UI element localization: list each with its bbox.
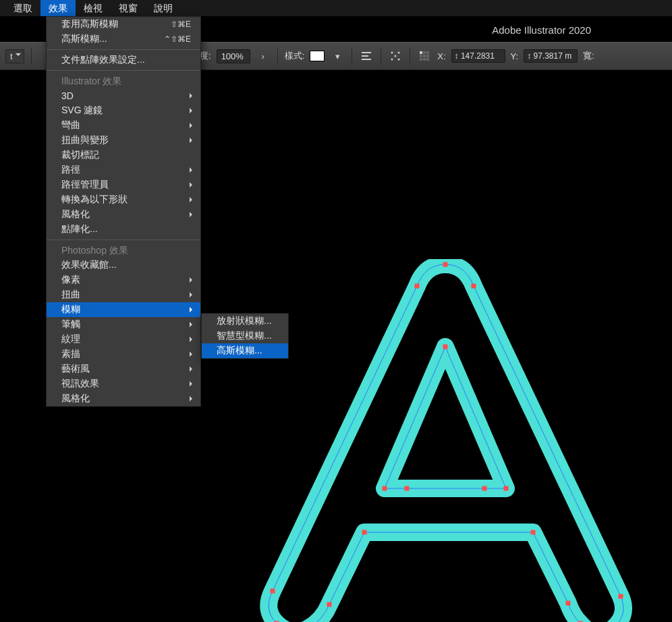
opacity-field[interactable]: 100% xyxy=(217,49,250,63)
menu-header-ps: Photoshop 效果 xyxy=(47,243,200,258)
effect-menu: 套用高斯模糊 ⇧⌘E 高斯模糊... ⌃⇧⌘E 文件點陣效果設定... Illu… xyxy=(46,16,201,407)
svg-rect-26 xyxy=(327,602,331,606)
menu-separator xyxy=(47,70,200,71)
svg-rect-29 xyxy=(271,589,275,593)
menu-convert-shape[interactable]: 轉換為以下形狀 xyxy=(47,192,200,207)
svg-rect-30 xyxy=(443,345,447,349)
menu-rasterize[interactable]: 點陣化... xyxy=(47,222,200,237)
menu-stylize-ai[interactable]: 風格化 xyxy=(47,207,200,222)
svg-rect-14 xyxy=(420,58,422,61)
svg-rect-23 xyxy=(566,601,570,605)
svg-point-3 xyxy=(391,52,393,54)
transform-icon[interactable] xyxy=(388,49,403,63)
menu-path[interactable]: 路徑 xyxy=(47,163,200,177)
svg-point-5 xyxy=(391,59,393,61)
svg-rect-0 xyxy=(362,52,371,53)
menu-3d[interactable]: 3D xyxy=(47,88,200,103)
menu-sketch[interactable]: 素描 xyxy=(47,347,200,362)
menu-distort-ps[interactable]: 扭曲 xyxy=(47,287,200,302)
submenu-smart-blur[interactable]: 智慧型模糊... xyxy=(202,329,288,343)
svg-point-6 xyxy=(398,59,400,61)
menu-warp[interactable]: 彎曲 xyxy=(47,118,200,133)
svg-rect-15 xyxy=(423,58,426,61)
menu-artistic[interactable]: 藝術風 xyxy=(47,362,200,376)
menu-svg-filters[interactable]: SVG 濾鏡 xyxy=(47,103,200,118)
chevron-down-icon[interactable]: ▾ xyxy=(330,49,345,63)
svg-rect-33 xyxy=(405,486,409,490)
menubar-item-help[interactable]: 說明 xyxy=(146,0,181,16)
style-label: 樣式: xyxy=(285,50,305,62)
menu-crop-marks[interactable]: 裁切標記 xyxy=(47,148,200,163)
menubar-item-window[interactable]: 視窗 xyxy=(111,0,146,16)
svg-rect-8 xyxy=(420,51,422,54)
svg-rect-20 xyxy=(619,594,623,598)
svg-rect-13 xyxy=(426,55,429,57)
menu-texture[interactable]: 紋理 xyxy=(47,332,200,347)
menu-blur[interactable]: 模糊 xyxy=(47,302,200,317)
blur-submenu: 放射狀模糊... 智慧型模糊... 高斯模糊... xyxy=(201,313,289,359)
menu-doc-raster[interactable]: 文件點陣效果設定... xyxy=(47,53,200,67)
menubar-item-view[interactable]: 檢視 xyxy=(76,0,111,16)
menu-brush-strokes[interactable]: 筆觸 xyxy=(47,317,200,332)
menu-stylize-ps[interactable]: 風格化 xyxy=(47,391,200,406)
align-icon[interactable] xyxy=(359,49,374,63)
svg-rect-2 xyxy=(362,59,371,60)
style-swatch[interactable] xyxy=(310,51,325,61)
svg-rect-34 xyxy=(482,486,486,490)
menu-separator xyxy=(47,239,200,240)
svg-point-4 xyxy=(398,52,400,54)
selected-letter-a[interactable] xyxy=(243,259,661,622)
menu-distort-transform[interactable]: 扭曲與變形 xyxy=(47,133,200,148)
y-label: Y: xyxy=(511,51,519,61)
y-field[interactable]: ↕ 97.3817 m xyxy=(524,49,578,63)
app-title: Adobe Illustrator 2020 xyxy=(492,24,591,36)
submenu-radial-blur[interactable]: 放射狀模糊... xyxy=(202,314,288,329)
svg-rect-18 xyxy=(472,284,476,288)
menubar: 選取 效果 檢視 視窗 說明 xyxy=(0,0,672,16)
submenu-gaussian-blur[interactable]: 高斯模糊... xyxy=(202,343,288,358)
svg-rect-19 xyxy=(415,284,419,288)
menu-separator xyxy=(47,49,200,50)
svg-rect-31 xyxy=(383,486,387,490)
menu-apply-last[interactable]: 套用高斯模糊 ⇧⌘E xyxy=(47,17,200,32)
svg-rect-1 xyxy=(362,55,368,57)
svg-rect-32 xyxy=(504,486,508,490)
menubar-item-effect[interactable]: 效果 xyxy=(40,0,76,16)
menu-last-effect[interactable]: 高斯模糊... ⌃⇧⌘E xyxy=(47,32,200,47)
svg-rect-24 xyxy=(531,530,535,534)
svg-rect-16 xyxy=(426,58,429,61)
menu-video[interactable]: 視訊效果 xyxy=(47,376,200,391)
menu-effect-gallery[interactable]: 效果收藏館... xyxy=(47,258,200,273)
svg-rect-9 xyxy=(423,51,426,54)
x-field[interactable]: ↕ 147.2831 xyxy=(451,49,505,63)
svg-rect-12 xyxy=(423,55,426,57)
menu-pixelate[interactable]: 像素 xyxy=(47,273,200,287)
svg-rect-17 xyxy=(443,262,447,266)
chevron-right-icon[interactable]: › xyxy=(256,49,271,63)
tool-preset-dropdown[interactable]: t xyxy=(5,49,24,63)
width-label: 寬: xyxy=(583,50,594,62)
reference-point-icon[interactable] xyxy=(417,49,432,63)
svg-rect-10 xyxy=(426,51,429,54)
svg-rect-11 xyxy=(420,55,422,57)
svg-rect-25 xyxy=(362,530,366,534)
menu-header-ai: Illustrator 效果 xyxy=(47,74,200,88)
x-label: X: xyxy=(437,51,445,61)
svg-point-7 xyxy=(395,55,397,57)
menubar-item-select[interactable]: 選取 xyxy=(5,0,40,16)
menu-pathfinder[interactable]: 路徑管理員 xyxy=(47,177,200,192)
